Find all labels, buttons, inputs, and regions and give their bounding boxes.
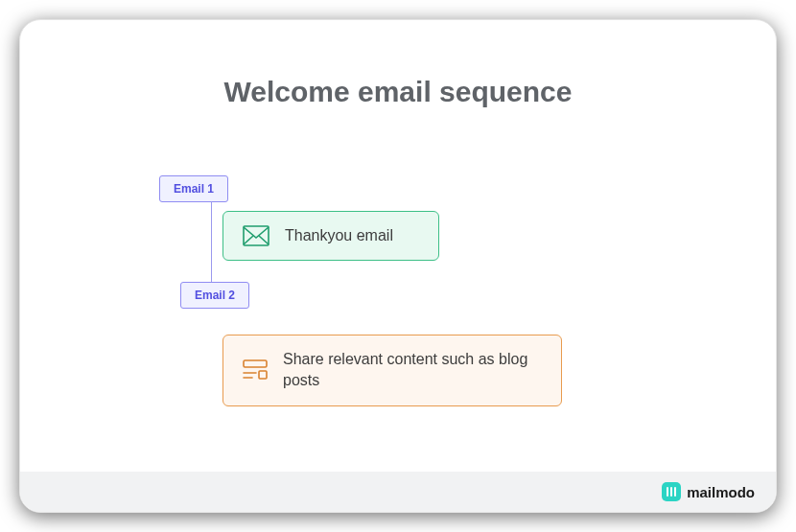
content-list-icon	[243, 359, 268, 381]
svg-rect-1	[244, 360, 267, 367]
mailmodo-logo-icon	[662, 482, 681, 501]
connector-line	[211, 201, 212, 282]
step-card-1: Thankyou email	[222, 211, 439, 261]
step-tag-1: Email 1	[159, 175, 228, 202]
step-tag-2-label: Email 2	[195, 289, 235, 302]
diagram-frame: Welcome email sequence Email 1 Thankyou …	[19, 19, 777, 513]
step-card-2: Share relevant content such as blog post…	[222, 335, 562, 406]
sequence-diagram: Email 1 Thankyou email Email 2	[20, 20, 776, 512]
mailmodo-logo-text: mailmodo	[687, 484, 755, 500]
step-card-1-label: Thankyou email	[285, 225, 419, 246]
footer-bar: mailmodo	[20, 472, 776, 512]
svg-rect-0	[244, 226, 269, 245]
step-tag-2: Email 2	[180, 282, 249, 309]
svg-rect-4	[259, 371, 267, 379]
step-tag-1-label: Email 1	[174, 182, 214, 196]
step-card-2-label: Share relevant content such as blog post…	[283, 349, 542, 392]
mail-icon	[243, 225, 269, 246]
